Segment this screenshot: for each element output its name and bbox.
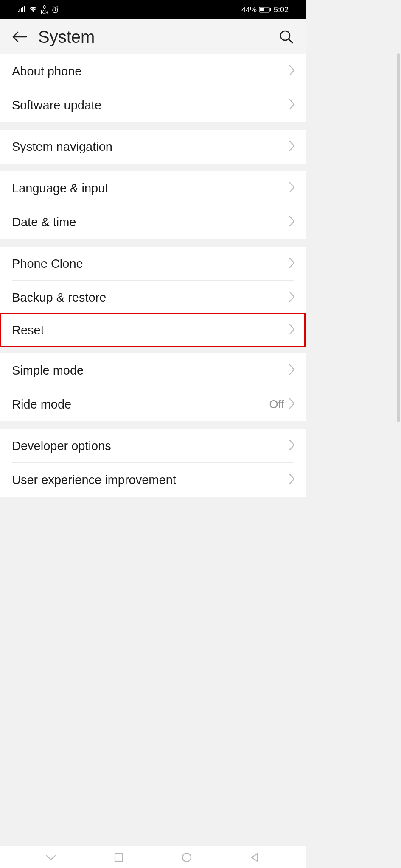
trailing <box>289 257 295 270</box>
chevron-right-icon <box>289 98 295 112</box>
trailing: Off <box>269 398 295 411</box>
network-speed: 0 K/s <box>41 5 48 15</box>
list-item-system-navigation[interactable]: System navigation <box>0 130 306 164</box>
trailing <box>289 181 295 195</box>
trailing <box>289 364 295 377</box>
chevron-right-icon <box>289 215 295 229</box>
trailing <box>289 215 295 229</box>
trailing <box>289 439 295 453</box>
trailing <box>289 323 295 337</box>
chevron-right-icon <box>289 257 295 270</box>
page-title: System <box>38 28 279 47</box>
chevron-right-icon <box>289 181 295 195</box>
status-bar: 0 K/s 44% 5:02 <box>0 0 306 19</box>
back-button[interactable] <box>12 31 27 43</box>
chevron-right-icon <box>289 323 295 337</box>
list-item-phone-clone[interactable]: Phone Clone <box>0 247 306 281</box>
settings-group: Reset <box>0 313 306 347</box>
svg-rect-3 <box>270 8 271 11</box>
chevron-right-icon <box>289 140 295 153</box>
list-label: Reset <box>12 323 44 337</box>
chevron-right-icon <box>289 473 295 487</box>
chevron-right-icon <box>289 64 295 78</box>
signal-icon <box>18 6 25 13</box>
chevron-right-icon <box>289 364 295 377</box>
list-item-developer-options[interactable]: Developer options <box>0 429 306 463</box>
chevron-right-icon <box>289 398 295 411</box>
list-label: Software update <box>12 98 101 112</box>
battery-percent: 44% <box>241 6 257 14</box>
list-label: About phone <box>12 64 81 78</box>
chevron-right-icon <box>289 439 295 453</box>
list-item-language-input[interactable]: Language & input <box>0 171 306 205</box>
status-left: 0 K/s <box>18 5 59 15</box>
trailing <box>289 64 295 78</box>
chevron-right-icon <box>289 291 295 304</box>
settings-group: System navigation <box>0 130 306 164</box>
list-item-reset[interactable]: Reset <box>0 313 306 347</box>
list-item-ride-mode[interactable]: Ride mode Off <box>0 387 306 421</box>
search-icon <box>279 30 294 44</box>
list-item-date-time[interactable]: Date & time <box>0 205 306 239</box>
battery-icon <box>259 7 271 13</box>
list-item-user-experience[interactable]: User experience improvement <box>0 463 306 497</box>
list-label: Language & input <box>12 181 108 195</box>
speed-unit: K/s <box>41 10 48 15</box>
settings-group: Simple mode Ride mode Off <box>0 353 306 421</box>
arrow-left-icon <box>12 31 27 43</box>
alarm-icon <box>51 6 59 14</box>
list-label: Phone Clone <box>12 257 83 271</box>
list-label: Date & time <box>12 215 76 229</box>
list-item-about-phone[interactable]: About phone <box>0 54 306 88</box>
list-value: Off <box>269 398 284 411</box>
trailing <box>289 140 295 153</box>
settings-group: Developer options User experience improv… <box>0 429 306 497</box>
settings-group: About phone Software update <box>0 54 306 122</box>
content: About phone Software update System navig… <box>0 54 306 519</box>
list-label: Simple mode <box>12 364 84 378</box>
settings-group: Language & input Date & time <box>0 171 306 239</box>
list-label: System navigation <box>12 140 112 154</box>
svg-point-4 <box>280 31 290 40</box>
trailing <box>289 98 295 112</box>
settings-group: Phone Clone Backup & restore <box>0 247 306 314</box>
list-label: Developer options <box>12 439 111 453</box>
status-right: 44% 5:02 <box>241 6 289 14</box>
search-button[interactable] <box>279 30 294 44</box>
list-label: Backup & restore <box>12 291 106 305</box>
page-header: System <box>0 19 306 54</box>
list-label: Ride mode <box>12 398 71 412</box>
list-label: User experience improvement <box>12 473 176 487</box>
list-item-software-update[interactable]: Software update <box>0 88 306 122</box>
trailing <box>289 291 295 304</box>
list-item-simple-mode[interactable]: Simple mode <box>0 353 306 387</box>
trailing <box>289 473 295 487</box>
list-item-backup-restore[interactable]: Backup & restore <box>0 281 306 314</box>
wifi-icon <box>29 6 37 13</box>
status-time: 5:02 <box>274 6 289 14</box>
